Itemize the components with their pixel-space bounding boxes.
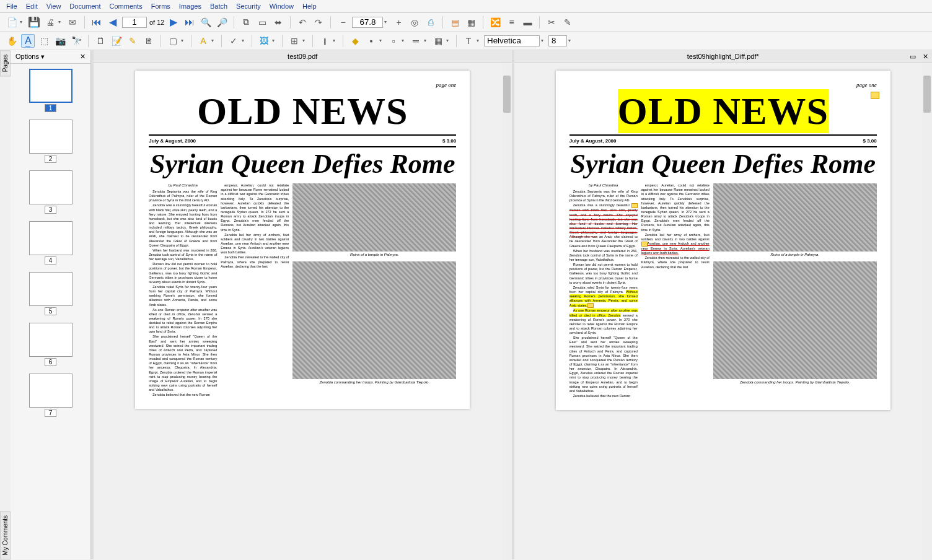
thumb-6[interactable]: 6 bbox=[13, 323, 88, 366]
stamp-icon[interactable]: ✓ bbox=[227, 34, 240, 48]
fill-icon[interactable]: ◆ bbox=[348, 34, 362, 48]
border-dropdown[interactable]: ▾ bbox=[402, 38, 407, 43]
font-name-dropdown[interactable]: ▾ bbox=[541, 38, 546, 43]
doc-view-right[interactable]: page one OLD NEWS July & August, 2000$ 3… bbox=[514, 63, 933, 559]
fields-icon[interactable]: ▦ bbox=[464, 15, 478, 29]
thumb-1[interactable]: 1 bbox=[13, 69, 88, 112]
text-select-icon[interactable]: A̲ bbox=[21, 34, 35, 48]
image-dropdown[interactable]: ▾ bbox=[272, 38, 277, 43]
text-tool-icon[interactable]: A bbox=[196, 34, 210, 48]
zoom-out-icon[interactable]: 🔎 bbox=[215, 15, 229, 29]
new-dropdown[interactable]: ▾ bbox=[20, 19, 25, 25]
redact-icon[interactable]: ▬ bbox=[521, 15, 534, 29]
thumb-3[interactable]: 3 bbox=[13, 170, 88, 214]
highlight-icon[interactable]: ✎ bbox=[126, 34, 139, 48]
align-dropdown[interactable]: ▾ bbox=[333, 38, 338, 43]
shape-dropdown[interactable]: ▾ bbox=[181, 38, 186, 43]
font-size-input[interactable] bbox=[548, 35, 567, 46]
layers-icon[interactable]: ≡ bbox=[504, 15, 518, 29]
opacity-dropdown[interactable]: ▾ bbox=[446, 38, 451, 43]
menu-help[interactable]: Help bbox=[299, 1, 320, 11]
doc-view-left[interactable]: page one OLD NEWS July & August, 2000$ 3… bbox=[94, 63, 512, 559]
font-tool-dropdown[interactable]: ▾ bbox=[477, 38, 481, 43]
save-icon[interactable]: 💾 bbox=[27, 15, 41, 29]
menu-images[interactable]: Images bbox=[175, 1, 205, 11]
menu-batch[interactable]: Batch bbox=[206, 1, 231, 11]
comment-note-icon[interactable] bbox=[641, 242, 648, 247]
next-page-icon[interactable]: ▶ bbox=[167, 15, 180, 29]
menu-comments[interactable]: Comments bbox=[106, 1, 146, 11]
grid-icon[interactable]: ⊞ bbox=[288, 34, 301, 48]
image-icon[interactable]: 🖼 bbox=[257, 34, 271, 48]
grid-dropdown[interactable]: ▾ bbox=[302, 38, 307, 43]
border-icon[interactable]: ▫ bbox=[387, 34, 400, 48]
zoom-dropdown[interactable]: ▾ bbox=[384, 19, 389, 25]
scrollbar-left[interactable] bbox=[502, 63, 512, 559]
edit-icon[interactable]: ✎ bbox=[561, 15, 574, 29]
menu-security[interactable]: Security bbox=[232, 1, 265, 11]
text-dropdown[interactable]: ▾ bbox=[211, 38, 216, 43]
new-icon[interactable]: 📄 bbox=[5, 15, 19, 29]
menu-window[interactable]: Window bbox=[266, 1, 297, 11]
align-icon[interactable]: ⫿ bbox=[318, 34, 332, 48]
thumb-5[interactable]: 5 bbox=[13, 272, 88, 315]
rotate-cw-icon[interactable]: ↷ bbox=[312, 15, 325, 29]
form-icon[interactable]: ▤ bbox=[448, 15, 462, 29]
zoom-minus-icon[interactable]: − bbox=[336, 15, 350, 29]
doc-tab-right[interactable]: test09highlight_Diff.pdf* ▭ ✕ bbox=[514, 50, 933, 63]
scrollbar-right[interactable] bbox=[922, 63, 932, 559]
thumb-close-icon[interactable]: ✕ bbox=[80, 53, 86, 61]
hand-icon[interactable]: ✋ bbox=[5, 34, 19, 48]
select-icon[interactable]: ⬚ bbox=[37, 34, 51, 48]
scan-icon[interactable]: ⎙ bbox=[424, 15, 437, 29]
font-size-dropdown[interactable]: ▾ bbox=[568, 38, 573, 43]
zoom-input[interactable] bbox=[352, 17, 383, 28]
zoom-in-icon[interactable]: 🔍 bbox=[199, 15, 213, 29]
prev-page-icon[interactable]: ◀ bbox=[106, 15, 120, 29]
menu-view[interactable]: View bbox=[43, 1, 65, 11]
thumb-7[interactable]: 7 bbox=[13, 374, 88, 417]
line-dropdown[interactable]: ▾ bbox=[424, 38, 429, 43]
rotate-ccw-icon[interactable]: ↶ bbox=[296, 15, 309, 29]
compare-icon[interactable]: 🔀 bbox=[488, 15, 502, 29]
fit-actual-icon[interactable]: ⧉ bbox=[239, 15, 253, 29]
tab-mycomments[interactable]: My Comments bbox=[0, 511, 11, 559]
tab-pages[interactable]: Pages bbox=[0, 50, 11, 76]
note-icon[interactable]: 🗒 bbox=[94, 34, 107, 48]
print-icon[interactable]: 🖨 bbox=[43, 15, 57, 29]
thumb-options[interactable]: Options ▾ bbox=[15, 53, 45, 61]
close-icon[interactable]: ✕ bbox=[923, 53, 928, 61]
font-select[interactable] bbox=[484, 35, 540, 46]
rect-icon[interactable]: ▢ bbox=[166, 34, 180, 48]
opacity-icon[interactable]: ▦ bbox=[431, 34, 445, 48]
menu-edit[interactable]: Edit bbox=[22, 1, 42, 11]
first-page-icon[interactable]: ⏮ bbox=[90, 15, 103, 29]
crop-icon[interactable]: ✂ bbox=[545, 15, 558, 29]
page-number-input[interactable] bbox=[122, 17, 147, 28]
search-icon[interactable]: 🔭 bbox=[69, 34, 83, 48]
menu-file[interactable]: File bbox=[2, 1, 21, 11]
thumb-4[interactable]: 4 bbox=[13, 221, 88, 265]
comment-note-icon[interactable] bbox=[587, 303, 594, 308]
doc-icon[interactable]: ▭ bbox=[910, 53, 916, 61]
fillcolor-dropdown[interactable]: ▾ bbox=[379, 38, 384, 43]
typewriter-icon[interactable]: 📝 bbox=[110, 34, 123, 48]
menu-document[interactable]: Document bbox=[66, 1, 104, 11]
fillcolor-icon[interactable]: ▪ bbox=[364, 34, 378, 48]
print-dropdown[interactable]: ▾ bbox=[58, 19, 63, 25]
comment-note-icon[interactable] bbox=[871, 92, 879, 99]
doc-tab-left[interactable]: test09.pdf bbox=[94, 50, 512, 63]
fit-width-icon[interactable]: ⬌ bbox=[271, 15, 285, 29]
zoom-plus-icon[interactable]: + bbox=[392, 15, 405, 29]
line-icon[interactable]: ═ bbox=[409, 34, 423, 48]
last-page-icon[interactable]: ⏭ bbox=[183, 15, 196, 29]
thumb-2[interactable]: 2 bbox=[13, 120, 88, 163]
fit-page-icon[interactable]: ▭ bbox=[255, 15, 269, 29]
stamp-doc-icon[interactable]: 🗎 bbox=[142, 34, 156, 48]
menu-forms[interactable]: Forms bbox=[147, 1, 174, 11]
loupe-icon[interactable]: ◎ bbox=[408, 15, 421, 29]
stamp-dropdown[interactable]: ▾ bbox=[242, 38, 247, 43]
mail-icon[interactable]: ✉ bbox=[66, 15, 79, 29]
snapshot-icon[interactable]: 📷 bbox=[53, 34, 67, 48]
comment-note-icon[interactable] bbox=[631, 203, 638, 208]
